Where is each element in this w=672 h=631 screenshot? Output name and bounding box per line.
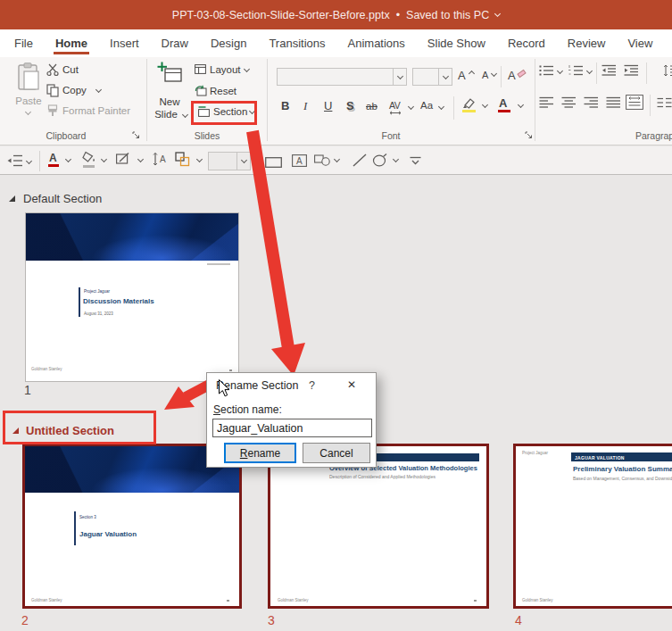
tab-review[interactable]: Review — [568, 31, 606, 55]
increase-font-size-button[interactable]: A — [458, 69, 476, 85]
shape-fill-button[interactable] — [82, 151, 111, 172]
tab-insert[interactable]: Insert — [110, 31, 139, 55]
text-shadow-button[interactable]: S — [346, 99, 359, 117]
justify-button[interactable] — [606, 96, 622, 112]
tab-home[interactable]: Home — [55, 31, 87, 55]
chevron-up-icon — [469, 71, 475, 77]
line-tool-button[interactable] — [353, 154, 369, 169]
outline-level-button[interactable] — [7, 154, 32, 170]
more-options-button[interactable] — [410, 154, 424, 168]
rectangle-tool-button[interactable] — [265, 155, 283, 167]
line-icon — [353, 154, 367, 167]
align-center-button[interactable] — [561, 96, 577, 112]
increase-indent-button[interactable] — [624, 64, 640, 80]
character-spacing-button[interactable]: AV — [389, 100, 416, 118]
chevron-down-icon — [482, 102, 488, 108]
new-slide-label-1: New — [148, 96, 191, 107]
shape-outline-button[interactable] — [116, 152, 146, 171]
toolbar-divider — [39, 151, 40, 171]
clear-formatting-button[interactable]: A — [508, 69, 527, 85]
italic-button[interactable]: I — [303, 99, 314, 117]
powerpoint-window: PPT-03-08-Section-Slide-Sorter-Before.pp… — [0, 0, 672, 631]
shapes-button[interactable] — [314, 154, 343, 169]
arrange-button[interactable] — [175, 152, 205, 170]
titlebar-status[interactable]: Saved to this PC — [406, 9, 489, 21]
text-direction-button[interactable] — [626, 95, 644, 112]
chevron-down-icon — [95, 87, 102, 93]
oval-tool-button[interactable] — [372, 154, 401, 169]
section-header-default[interactable]: Default Section — [9, 190, 187, 206]
bullets-button[interactable] — [539, 64, 566, 80]
cut-button[interactable]: Cut — [45, 62, 143, 79]
more-chevron-icon — [410, 156, 421, 167]
tab-animations[interactable]: Animations — [348, 31, 405, 55]
section-name-label: Section name: — [213, 403, 282, 416]
font-color-button[interactable]: A — [498, 97, 527, 117]
layout-button[interactable]: Layout — [195, 62, 259, 79]
change-case-button[interactable]: Aa — [420, 100, 449, 118]
slide-thumbnail-2[interactable]: Section 3 Jaguar Valuation Goldman Stanl… — [22, 444, 242, 609]
slide4-footer: Goldman Stanley — [522, 598, 553, 602]
align-right-button[interactable] — [584, 96, 600, 112]
titlebar[interactable]: PPT-03-08-Section-Slide-Sorter-Before.pp… — [0, 0, 672, 29]
reset-icon — [195, 85, 207, 96]
underline-button[interactable]: U — [324, 99, 336, 117]
line-spacing-button[interactable] — [663, 64, 672, 80]
chevron-down-icon[interactable] — [494, 10, 501, 16]
scissors-icon — [46, 63, 59, 76]
reset-button[interactable]: Reset — [195, 84, 259, 100]
layout-icon — [195, 64, 206, 74]
tab-file[interactable]: File — [14, 31, 33, 55]
highlight-color-button[interactable] — [461, 97, 490, 117]
tab-transitions[interactable]: Transitions — [269, 31, 325, 55]
new-slide-button[interactable]: New Slide — [148, 60, 191, 129]
tab-view[interactable]: View — [627, 31, 652, 55]
tab-design[interactable]: Design — [211, 31, 246, 55]
numbering-button[interactable] — [568, 64, 595, 80]
tab-draw[interactable]: Draw — [162, 31, 188, 55]
section-header-untitled[interactable]: Untitled Section — [12, 422, 155, 438]
chevron-down-icon — [334, 156, 340, 162]
tab-record[interactable]: Record — [508, 31, 545, 55]
rename-button-rest: ename — [247, 447, 280, 460]
untitled-section-label: Untitled Section — [26, 424, 114, 437]
dialog-help-button[interactable]: ? — [309, 379, 315, 392]
text-box-icon: A — [292, 154, 307, 167]
chevron-down-icon — [25, 109, 31, 115]
slide2-eyebrow: Section 3 — [79, 515, 96, 519]
slide-thumbnail-4[interactable]: Project Jaguar JAGUAR VALUATION Prelimin… — [513, 444, 672, 609]
ribbon: Paste Cut Copy Format Painter — [0, 57, 672, 145]
format-painter-button[interactable]: Format Painter — [45, 103, 145, 120]
cut-label: Cut — [62, 64, 79, 75]
toolbar-font-color-button[interactable]: A — [48, 152, 75, 171]
text-box-tool-button[interactable]: A — [292, 154, 308, 168]
font-size-combobox[interactable] — [412, 68, 452, 86]
font-name-combobox[interactable] — [277, 68, 407, 86]
slide-thumbnail-3[interactable]: Overview of Selected Valuation Methodolo… — [268, 444, 489, 609]
rename-button[interactable]: Rename — [224, 443, 296, 463]
copy-button[interactable]: Copy — [45, 82, 143, 100]
text-columns-box-icon — [626, 95, 643, 110]
columns-icon — [657, 96, 672, 109]
clipboard-dialog-launcher-icon[interactable] — [132, 131, 140, 139]
strikethrough-button[interactable]: ab — [366, 101, 384, 117]
cancel-button[interactable]: Cancel — [303, 443, 370, 463]
slide-number-4: 4 — [515, 613, 522, 627]
section-name-input[interactable] — [212, 419, 372, 437]
font-dialog-launcher-icon[interactable] — [525, 131, 533, 139]
toolbar-combobox[interactable] — [208, 152, 251, 170]
align-left-button[interactable] — [539, 96, 555, 112]
format-painter-icon — [46, 104, 59, 117]
slide-thumbnail-1[interactable]: Project Jaguar Discussion Materials Augu… — [25, 212, 239, 382]
paste-button[interactable]: Paste — [7, 61, 50, 129]
dialog-close-button[interactable]: ✕ — [347, 378, 356, 391]
tab-slide-show[interactable]: Slide Show — [427, 31, 485, 55]
slide1-title-band — [26, 213, 238, 261]
bold-button[interactable]: B — [281, 99, 295, 117]
columns-button[interactable] — [657, 96, 672, 112]
shadow-label: S — [346, 99, 354, 112]
decrease-indent-button[interactable] — [601, 64, 618, 80]
pen-square-icon — [116, 152, 131, 165]
sort-spacing-button[interactable]: A — [152, 152, 170, 170]
decrease-font-size-button[interactable]: A — [482, 70, 500, 86]
